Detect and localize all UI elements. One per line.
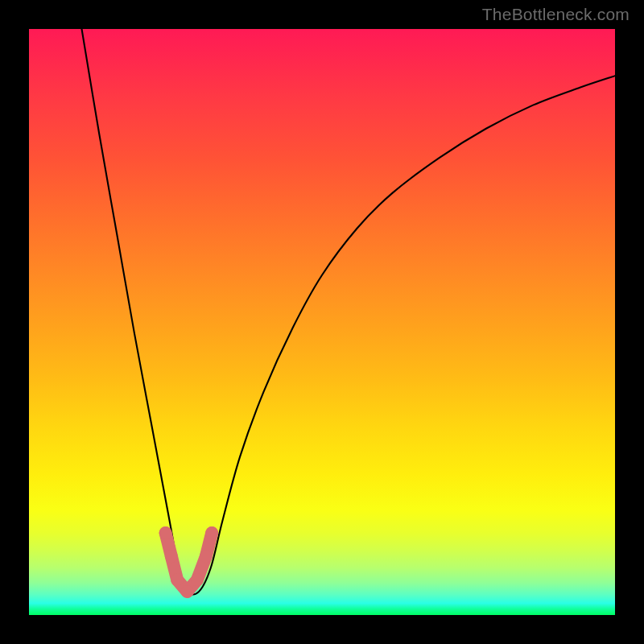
valley-marker	[159, 526, 219, 598]
svg-point-4	[191, 573, 204, 586]
svg-point-0	[159, 526, 172, 539]
svg-point-2	[171, 573, 184, 586]
bottleneck-curve	[82, 29, 615, 595]
svg-point-6	[205, 526, 218, 539]
watermark-label: TheBottleneck.com	[482, 5, 630, 24]
svg-point-1	[165, 550, 178, 563]
chart-frame: TheBottleneck.com	[0, 0, 644, 644]
chart-svg	[29, 29, 615, 615]
svg-point-5	[200, 550, 213, 563]
svg-point-3	[181, 585, 194, 598]
plot-area	[29, 29, 615, 615]
